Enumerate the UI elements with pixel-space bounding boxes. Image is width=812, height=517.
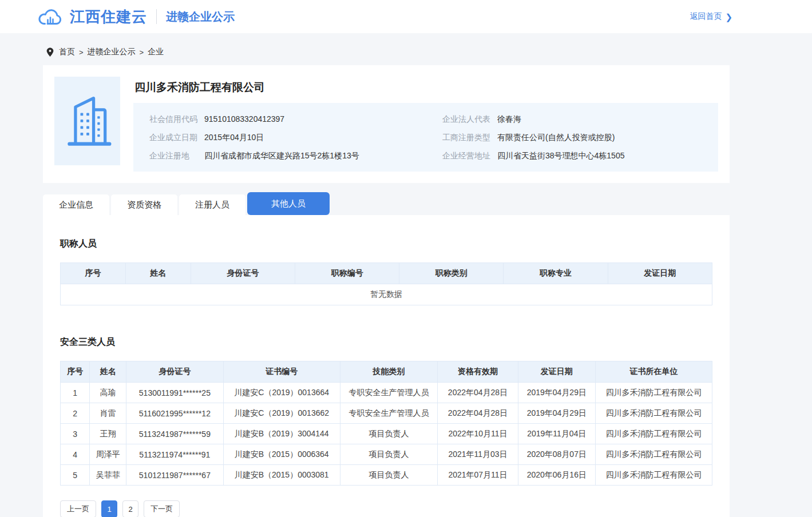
pagination: 上一页12下一页 [60, 500, 712, 517]
field-value: 915101083320412397 [204, 110, 284, 128]
column-header: 发证日期 [518, 361, 596, 383]
table-cell: 5101211987******67 [126, 465, 224, 486]
table-cell: 2020年06月16日 [518, 465, 596, 486]
table-cell: 项目负责人 [340, 444, 438, 465]
field-label: 工商注册类型 [442, 128, 497, 146]
table-cell: 吴菲菲 [90, 465, 126, 486]
header-divider [156, 9, 157, 24]
table-header-row: 序号姓名身份证号证书编号技能类别资格有效期发证日期证书所在单位 [61, 361, 712, 383]
prev-page-button[interactable]: 上一页 [60, 500, 96, 517]
table-cell: 项目负责人 [340, 465, 438, 486]
column-header: 身份证号 [126, 361, 224, 383]
table-row: 1高瑜5130011991******25川建安C（2019）0013664专职… [61, 383, 712, 403]
table-cell: 2022年04月28日 [438, 383, 518, 403]
column-header: 发证日期 [608, 263, 712, 284]
company-info-item: 社会信用代码915101083320412397 [149, 110, 442, 128]
table-cell: 3 [61, 424, 90, 444]
column-header: 姓名 [125, 263, 191, 284]
brand-name: 江西住建云 [70, 7, 147, 27]
company-info-grid: 社会信用代码915101083320412397企业法人代表徐春海企业成立日期2… [133, 103, 718, 172]
table-row: 3王翔5113241987******59川建安B（2019）3004144项目… [61, 424, 712, 444]
breadcrumb-item[interactable]: 进赣企业公示 [88, 47, 136, 57]
company-logo-box [54, 77, 120, 165]
column-header: 姓名 [90, 361, 126, 383]
column-header: 职称编号 [295, 263, 399, 284]
content-card: 职称人员 序号姓名身份证号职称编号职称类别职称专业发证日期暂无数据 安全三类人员… [43, 215, 730, 517]
company-info-item: 工商注册类型有限责任公司(自然人投资或控股) [442, 128, 702, 146]
next-page-button[interactable]: 下一页 [144, 500, 180, 517]
column-header: 序号 [61, 361, 90, 383]
header-subtitle: 进赣企业公示 [166, 9, 235, 25]
page-container: 首页>进赣企业公示>企业 [43, 33, 730, 517]
table-cell: 四川多禾消防工程有限公司 [596, 403, 712, 424]
company-card: 四川多禾消防工程有限公司 社会信用代码915101083320412397企业法… [43, 65, 730, 183]
table-cell: 肖雷 [90, 403, 126, 424]
field-label: 企业成立日期 [149, 128, 204, 146]
breadcrumb-items: 首页>进赣企业公示>企业 [59, 47, 164, 57]
field-value: 四川省天益街38号理想中心4栋1505 [497, 146, 625, 165]
app-header: 江西住建云 进赣企业公示 返回首页 ❯ [0, 0, 812, 33]
table-cell: 2019年04月29日 [518, 403, 596, 424]
table-cell: 专职安全生产管理人员 [340, 383, 438, 403]
table-cell: 川建安C（2019）0013662 [223, 403, 340, 424]
table-cell: 2021年11月03日 [438, 444, 518, 465]
table-cell: 专职安全生产管理人员 [340, 403, 438, 424]
table-cell: 1 [61, 383, 90, 403]
section-title-title-people: 职称人员 [60, 238, 712, 250]
table-cell: 5130011991******25 [126, 383, 224, 403]
table-cell: 川建安B（2015）0003081 [223, 465, 340, 486]
table-cell: 川建安B（2015）0006364 [223, 444, 340, 465]
table-cell: 2 [61, 403, 90, 424]
column-header: 证书所在单位 [596, 361, 712, 383]
field-value: 2015年04月10日 [204, 128, 264, 146]
chevron-right-icon: ❯ [725, 13, 732, 21]
table-cell: 川建安C（2019）0013664 [223, 383, 340, 403]
empty-row: 暂无数据 [61, 284, 712, 305]
column-header: 身份证号 [191, 263, 295, 284]
table-cell: 5113211974******91 [126, 444, 224, 465]
column-header: 职称类别 [399, 263, 504, 284]
location-pin-icon [46, 47, 54, 57]
tab-company-info[interactable]: 企业信息 [43, 194, 109, 215]
table-cell: 四川多禾消防工程有限公司 [596, 465, 712, 486]
back-home-link[interactable]: 返回首页 ❯ [690, 11, 732, 22]
table-cell: 2021年07月11日 [438, 465, 518, 486]
company-name: 四川多禾消防工程有限公司 [134, 80, 718, 95]
table-cell: 2019年04月29日 [518, 383, 596, 403]
table-cell: 四川多禾消防工程有限公司 [596, 383, 712, 403]
table-cell: 周泽平 [90, 444, 126, 465]
breadcrumb-item[interactable]: 首页 [59, 47, 75, 57]
field-value: 四川省成都市成华区建兴路15号2栋1楼13号 [204, 146, 359, 165]
table-cell: 项目负责人 [340, 424, 438, 444]
table-row: 2肖雷5116021995******12川建安C（2019）0013662专职… [61, 403, 712, 424]
breadcrumb-separator: > [79, 48, 84, 57]
back-home-label: 返回首页 [690, 11, 722, 22]
field-label: 企业经营地址 [442, 146, 497, 165]
field-label: 企业注册地 [149, 146, 204, 165]
tabs: 企业信息资质资格注册人员其他人员 [43, 192, 730, 215]
tab-other-personnel[interactable]: 其他人员 [247, 192, 330, 215]
tab-registered-personnel[interactable]: 注册人员 [179, 194, 245, 215]
table-row: 4周泽平5113211974******91川建安B（2015）0006364项… [61, 444, 712, 465]
company-info-item: 企业经营地址四川省天益街38号理想中心4栋1505 [442, 146, 702, 165]
safety-people-table: 序号姓名身份证号证书编号技能类别资格有效期发证日期证书所在单位1高瑜513001… [60, 361, 712, 486]
column-header: 技能类别 [340, 361, 438, 383]
breadcrumb-separator: > [140, 48, 144, 57]
table-cell: 2019年11月04日 [518, 424, 596, 444]
company-info-item: 企业法人代表徐春海 [442, 110, 702, 128]
page-button-1[interactable]: 1 [101, 500, 117, 517]
buildings-icon [61, 88, 114, 154]
brand: 江西住建云 进赣企业公示 [38, 7, 235, 27]
table-header-row: 序号姓名身份证号职称编号职称类别职称专业发证日期 [61, 263, 712, 284]
column-header: 序号 [61, 263, 126, 284]
table-cell: 2022年10月11日 [438, 424, 518, 444]
tab-qualifications[interactable]: 资质资格 [111, 194, 177, 215]
company-info-item: 企业成立日期2015年04月10日 [149, 128, 442, 146]
breadcrumb: 首页>进赣企业公示>企业 [43, 33, 730, 65]
table-cell: 5113241987******59 [126, 424, 224, 444]
cloud-chart-logo-icon [38, 7, 64, 26]
table-cell: 5116021995******12 [126, 403, 224, 424]
company-main: 四川多禾消防工程有限公司 社会信用代码915101083320412397企业法… [133, 77, 718, 172]
page-button-2[interactable]: 2 [122, 500, 138, 517]
breadcrumb-item[interactable]: 企业 [148, 47, 164, 57]
